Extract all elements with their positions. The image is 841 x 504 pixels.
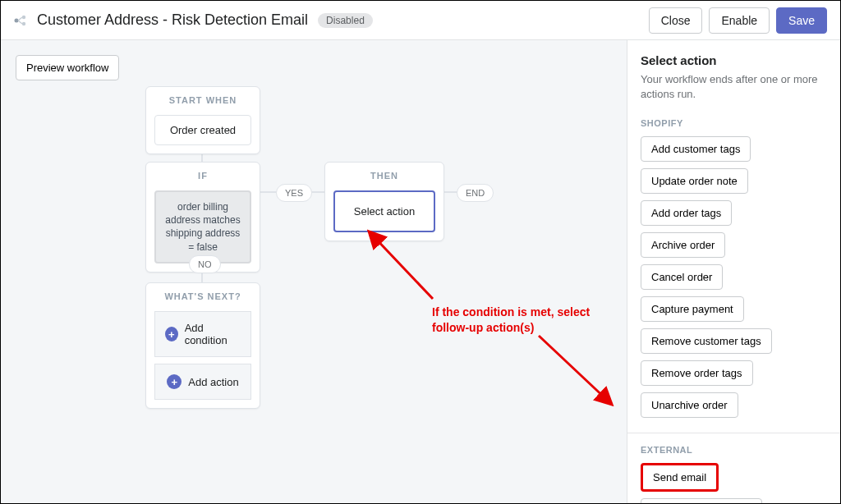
action-send-email[interactable]: Send email: [641, 463, 719, 492]
plus-icon: +: [167, 374, 182, 389]
action-remove-customer-tags[interactable]: Remove customer tags: [641, 328, 772, 354]
plus-icon: +: [165, 327, 178, 341]
status-badge: Disabled: [318, 13, 373, 28]
svg-line-7: [539, 336, 609, 401]
action-add-customer-tags[interactable]: Add customer tags: [641, 136, 751, 162]
preview-workflow-button[interactable]: Preview workflow: [16, 55, 119, 80]
action-cancel-order[interactable]: Cancel order: [641, 264, 723, 290]
if-node-label: IF: [146, 163, 260, 186]
annotation-text: If the condition is met, select follow-u…: [432, 305, 604, 336]
shopify-section-label: SHOPIFY: [641, 118, 827, 128]
svg-line-3: [18, 17, 22, 21]
workflow-canvas: Preview workflow START WHEN Order create…: [1, 40, 627, 503]
close-button[interactable]: Close: [649, 7, 703, 34]
topbar: Customer Address - Risk Detection Email …: [1, 1, 840, 40]
action-sidebar: Select action Your workflow ends after o…: [627, 40, 840, 503]
action-send-slack-message[interactable]: Send Slack message: [641, 498, 762, 503]
action-unarchive-order[interactable]: Unarchive order: [641, 392, 738, 418]
action-update-order-note[interactable]: Update order note: [641, 168, 748, 194]
start-trigger: Order created: [154, 115, 251, 145]
no-label: NO: [189, 255, 221, 273]
svg-line-4: [18, 21, 22, 24]
enable-button[interactable]: Enable: [709, 7, 770, 34]
whats-next-label: WHAT'S NEXT?: [146, 283, 260, 306]
page-title: Customer Address - Risk Detection Email: [37, 11, 308, 29]
action-archive-order[interactable]: Archive order: [641, 232, 725, 258]
end-label: END: [457, 184, 494, 202]
external-section-label: EXTERNAL: [641, 445, 827, 455]
start-node-label: START WHEN: [146, 87, 260, 110]
select-action-box[interactable]: Select action: [333, 190, 435, 232]
flow-logo-icon: [14, 14, 27, 27]
add-condition-label: Add condition: [185, 322, 241, 346]
svg-point-0: [15, 18, 19, 22]
action-remove-order-tags[interactable]: Remove order tags: [641, 360, 753, 386]
start-node[interactable]: START WHEN Order created: [145, 86, 260, 154]
then-node-label: THEN: [325, 163, 443, 186]
yes-label: YES: [276, 184, 312, 202]
action-add-order-tags[interactable]: Add order tags: [641, 200, 732, 226]
save-button[interactable]: Save: [776, 7, 827, 34]
then-node[interactable]: THEN Select action: [324, 162, 444, 241]
add-action-button[interactable]: + Add action: [154, 364, 251, 400]
if-condition: order billing address matches shipping a…: [154, 190, 251, 263]
svg-point-1: [22, 15, 25, 18]
svg-point-2: [22, 21, 25, 25]
add-action-label: Add action: [188, 376, 238, 388]
sidebar-subtitle: Your workflow ends after one or more act…: [641, 72, 827, 102]
svg-line-6: [372, 235, 433, 299]
whats-next-node: WHAT'S NEXT? + Add condition + Add actio…: [145, 282, 260, 409]
add-condition-button[interactable]: + Add condition: [154, 311, 251, 357]
section-divider: [627, 433, 840, 433]
sidebar-title: Select action: [641, 53, 827, 67]
action-capture-payment[interactable]: Capture payment: [641, 296, 744, 322]
